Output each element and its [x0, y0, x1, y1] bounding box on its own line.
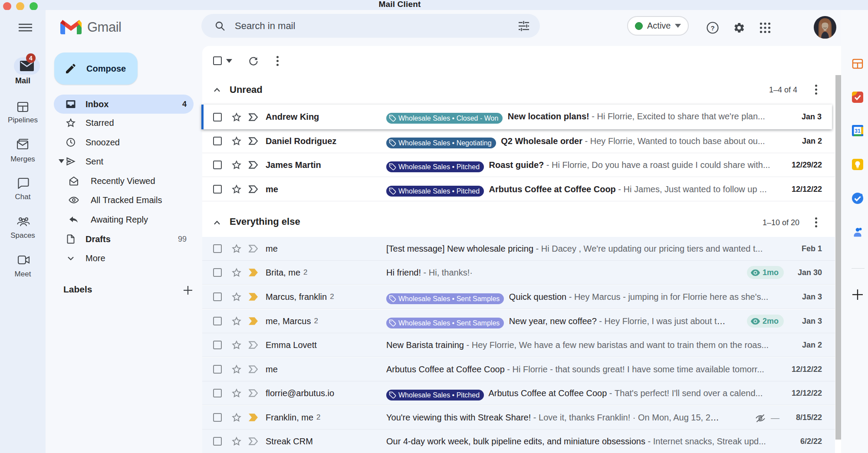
- svg-text:31: 31: [855, 128, 861, 134]
- svg-text:?: ?: [710, 24, 714, 32]
